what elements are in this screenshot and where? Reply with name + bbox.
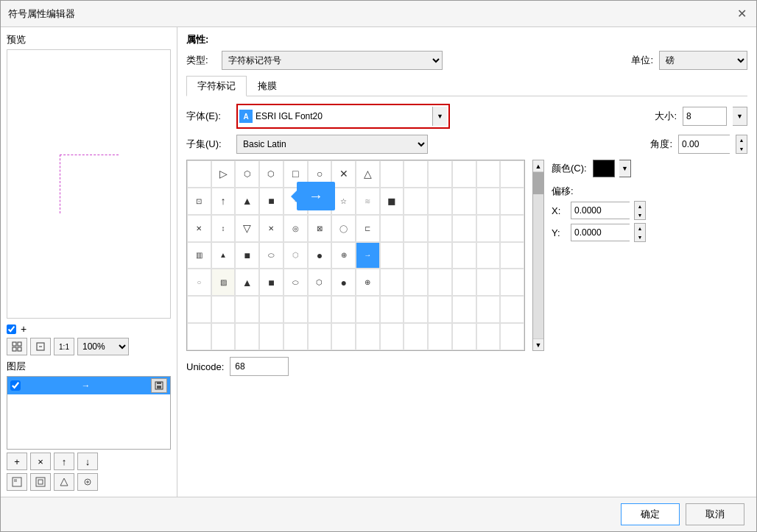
symbol-cell[interactable] (259, 296, 284, 323)
zoom-1-1-button[interactable]: 1:1 (54, 338, 74, 355)
symbol-cell[interactable] (211, 296, 236, 323)
symbol-cell[interactable]: ● (308, 242, 332, 269)
font-input[interactable] (256, 107, 432, 126)
plus-icon[interactable]: + (21, 323, 27, 335)
size-dropdown[interactable]: ▼ (733, 107, 747, 126)
symbol-cell[interactable]: ⬡ (308, 269, 332, 296)
action-btn-2[interactable] (30, 473, 51, 491)
x-spin-down[interactable]: ▼ (635, 210, 645, 219)
type-select[interactable]: 字符标记符号 (222, 51, 443, 70)
scroll-down[interactable]: ▼ (533, 338, 543, 350)
symbol-cell[interactable] (380, 215, 404, 242)
symbol-cell[interactable] (380, 242, 404, 269)
symbol-cell[interactable] (476, 242, 501, 269)
symbol-cell[interactable] (476, 188, 501, 215)
add-layer-button[interactable]: + (7, 453, 27, 470)
symbol-cell[interactable]: ▲ (211, 242, 236, 269)
symbol-cell[interactable] (187, 323, 211, 350)
symbol-cell[interactable] (356, 323, 380, 350)
symbol-cell[interactable] (452, 269, 476, 296)
symbol-cell[interactable] (452, 160, 476, 188)
symbol-cell[interactable]: ▲ (235, 269, 259, 296)
symbol-cell[interactable]: ⊏ (356, 215, 380, 242)
symbol-cell[interactable]: ☆ (331, 188, 356, 215)
y-offset-input[interactable] (571, 224, 630, 241)
cancel-button[interactable]: 取消 (686, 503, 744, 525)
symbol-cell[interactable] (500, 188, 524, 215)
angle-spin-down[interactable]: ▼ (736, 144, 747, 153)
move-down-button[interactable]: ↓ (77, 453, 98, 470)
symbol-cell[interactable]: ⬡ (284, 242, 308, 269)
preview-checkbox[interactable] (7, 324, 16, 334)
angle-spin-up[interactable]: ▲ (736, 135, 747, 144)
symbol-cell[interactable] (500, 242, 524, 269)
symbol-cell[interactable] (308, 296, 332, 323)
symbol-cell[interactable] (404, 188, 428, 215)
symbol-cell[interactable] (428, 215, 452, 242)
zoom-select[interactable]: 100% 200% 50% (77, 338, 129, 355)
symbol-cell[interactable]: ↕ (211, 215, 236, 242)
symbol-cell[interactable]: ▲ (235, 188, 259, 215)
symbol-cell[interactable] (356, 296, 380, 323)
symbol-cell[interactable] (235, 323, 259, 350)
symbol-cell[interactable]: ▷ (211, 160, 236, 188)
y-spin-down[interactable]: ▼ (635, 233, 645, 241)
symbol-cell[interactable]: △ (356, 160, 380, 188)
symbol-cell[interactable] (428, 269, 452, 296)
font-dropdown-arrow[interactable]: ▼ (432, 107, 447, 126)
symbol-cell[interactable]: ▥ (187, 242, 211, 269)
symbol-cell[interactable] (404, 160, 428, 188)
symbol-cell[interactable] (452, 296, 476, 323)
symbol-cell[interactable]: ≋ (356, 188, 380, 215)
symbol-cell[interactable] (404, 296, 428, 323)
symbol-cell[interactable]: ◼ (380, 188, 404, 215)
symbol-cell[interactable]: ⊡ (187, 188, 211, 215)
symbol-cell[interactable] (380, 296, 404, 323)
symbol-cell[interactable] (452, 215, 476, 242)
symbol-cell[interactable] (211, 323, 236, 350)
symbol-cell[interactable] (404, 215, 428, 242)
close-button[interactable]: ✕ (734, 7, 749, 21)
ok-button[interactable]: 确定 (621, 503, 680, 525)
action-btn-3[interactable] (54, 473, 74, 491)
symbol-cell[interactable]: ✕ (331, 160, 356, 188)
symbol-cell[interactable]: ■ (259, 188, 284, 215)
symbol-cell[interactable]: ⊠ (308, 215, 332, 242)
symbol-cell[interactable]: ◎ (284, 215, 308, 242)
symbol-cell[interactable]: ▽ (235, 215, 259, 242)
symbol-cell[interactable] (452, 242, 476, 269)
symbol-cell[interactable] (187, 296, 211, 323)
symbol-cell[interactable]: ■ (235, 242, 259, 269)
scroll-thumb[interactable] (533, 172, 543, 194)
symbol-cell[interactable]: ⊕ (331, 242, 356, 269)
symbol-cell[interactable] (284, 323, 308, 350)
symbol-cell[interactable]: ✕ (187, 215, 211, 242)
symbol-cell[interactable] (404, 323, 428, 350)
symbol-cell[interactable] (187, 160, 211, 188)
scroll-up[interactable]: ▲ (533, 160, 543, 172)
move-up-button[interactable]: ↑ (54, 453, 74, 470)
symbol-cell[interactable] (259, 323, 284, 350)
symbol-cell[interactable] (476, 269, 501, 296)
symbol-cell[interactable]: ■ (259, 269, 284, 296)
symbol-cell[interactable]: ✕ (259, 215, 284, 242)
zoom-out-button[interactable] (30, 338, 51, 355)
action-btn-4[interactable] (77, 473, 98, 491)
symbol-cell[interactable] (284, 296, 308, 323)
symbol-cell[interactable] (428, 160, 452, 188)
symbol-cell[interactable] (500, 296, 524, 323)
symbol-cell[interactable] (235, 296, 259, 323)
color-box[interactable] (593, 160, 615, 177)
tab-character-marker[interactable]: 字符标记 (186, 76, 247, 96)
symbol-cell[interactable] (331, 296, 356, 323)
symbol-cell[interactable] (500, 160, 524, 188)
symbol-cell[interactable] (500, 323, 524, 350)
symbol-cell[interactable] (380, 323, 404, 350)
symbol-cell[interactable] (476, 323, 501, 350)
unicode-input[interactable] (230, 357, 289, 376)
symbol-cell[interactable]: ○ (187, 269, 211, 296)
symbol-cell[interactable]: ⬭ (259, 242, 284, 269)
symbol-cell[interactable]: ◯ (331, 215, 356, 242)
symbol-cell[interactable] (500, 269, 524, 296)
zoom-fit-button[interactable] (7, 338, 27, 355)
